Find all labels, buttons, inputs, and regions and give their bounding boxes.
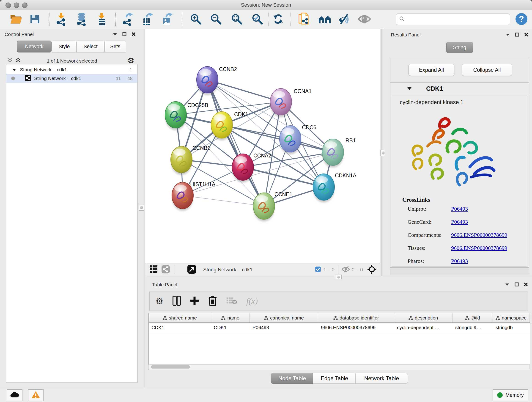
network-node-CDK1[interactable]: CDK1 — [211, 111, 248, 140]
search-input[interactable] — [405, 16, 504, 22]
string-home-button[interactable] — [318, 12, 332, 27]
network-node-CDC25B[interactable]: CDC25B — [165, 102, 208, 130]
export-table-button[interactable] — [141, 12, 154, 27]
network-node-CCNA2[interactable]: CCNA2 — [232, 153, 271, 182]
memory-button[interactable]: Memory — [493, 389, 528, 401]
float-panel-icon[interactable] — [515, 32, 519, 38]
network-node-CCNB2[interactable]: CCNB2 — [196, 66, 237, 95]
show-columns-icon[interactable] — [172, 296, 181, 307]
splitter-handle[interactable] — [335, 274, 342, 280]
tree-expand-icon[interactable] — [12, 67, 16, 72]
collapse-all-button[interactable]: Collapse All — [462, 64, 512, 76]
hidden-eye-slash-icon[interactable] — [342, 266, 350, 274]
column-header-canonical-name[interactable]: canonical name — [250, 313, 318, 322]
network-node-CCNE1[interactable]: CCNE1 — [253, 191, 292, 221]
help-button[interactable]: ? — [515, 12, 528, 27]
function-builder-icon[interactable]: f(x) — [246, 296, 258, 306]
open-in-window-icon[interactable] — [187, 265, 196, 275]
string-eye-slash-button[interactable] — [337, 12, 351, 27]
tab-node-table[interactable]: Node Table — [271, 373, 313, 384]
collapse-panel-icon[interactable] — [505, 33, 510, 37]
zoom-in-button[interactable] — [189, 12, 203, 27]
tab-network[interactable]: Network — [17, 41, 51, 52]
network-collection-row[interactable]: String Network – cdk1 1 — [6, 65, 137, 74]
network-edge-HIST1H1A-CCNE1[interactable] — [183, 196, 264, 206]
network-edge-CCNB2-CCNE1[interactable] — [207, 80, 264, 206]
refresh-button[interactable] — [271, 12, 285, 27]
tab-style[interactable]: Style — [52, 41, 76, 52]
save-session-button[interactable] — [28, 12, 42, 27]
collapse-panel-icon[interactable] — [505, 283, 510, 287]
column-header-shared-name[interactable]: shared name — [149, 313, 211, 322]
clear-table-icon[interactable] — [226, 297, 237, 306]
table-cell[interactable]: 9606.ENSP00000378699 — [318, 323, 394, 332]
table-cell[interactable]: CDK1 — [211, 323, 250, 332]
toolbar-search-field[interactable] — [396, 13, 510, 25]
delete-column-trash-icon[interactable] — [208, 295, 217, 307]
network-edge-CCNB2-CCNA1[interactable] — [207, 80, 281, 102]
table-cell[interactable]: stringdb:9… — [452, 323, 493, 332]
import-database-button[interactable] — [75, 12, 89, 27]
network-canvas[interactable]: CCNB2CCNA1CDC25BCDK1CDC6RB1CCNB1CCNA2CDK… — [145, 29, 380, 263]
crosslink-value-link[interactable]: P06493 — [451, 219, 468, 225]
string-import-button[interactable] — [298, 12, 312, 27]
column-header-description[interactable]: description — [394, 313, 452, 322]
warning-status-button[interactable] — [28, 389, 44, 401]
network-node-CCNA1[interactable]: CCNA1 — [270, 88, 312, 117]
results-scroll-strip[interactable] — [390, 269, 529, 275]
export-network-button[interactable] — [121, 12, 135, 27]
crosslink-value-link[interactable]: 9606.ENSP00000378699 — [451, 245, 507, 251]
network-node-CCNB1[interactable]: CCNB1 — [171, 145, 210, 175]
results-entry-header[interactable]: CDK1 — [390, 83, 529, 95]
selected-checkbox-icon[interactable] — [315, 266, 321, 273]
tab-edge-table[interactable]: Edge Table — [313, 373, 356, 384]
table-cell[interactable]: cyclin-dependent … — [394, 323, 452, 332]
table-cell[interactable]: stringdb — [493, 323, 530, 332]
crosslink-value-link[interactable]: 9606.ENSP00000378699 — [451, 232, 507, 238]
import-table-button[interactable] — [95, 12, 109, 27]
table-horizontal-scrollbar[interactable] — [148, 364, 530, 370]
birdseye-grid-icon[interactable] — [149, 265, 158, 274]
tab-select[interactable]: Select — [76, 41, 104, 52]
collapse-panel-icon[interactable] — [113, 32, 117, 37]
tab-network-table[interactable]: Network Table — [355, 373, 408, 384]
crosslink-value-link[interactable]: P06493 — [451, 258, 468, 264]
table-settings-gear-icon[interactable]: ⚙ — [156, 297, 163, 306]
column-header-name[interactable]: name — [211, 313, 250, 322]
scrollbar-thumb[interactable] — [151, 365, 190, 369]
column-header-database-identifier[interactable]: database identifier — [318, 313, 394, 322]
tab-sets[interactable]: Sets — [104, 41, 126, 52]
zoom-out-button[interactable] — [209, 12, 223, 27]
column-header--id[interactable]: @id — [452, 313, 493, 322]
close-panel-icon[interactable] — [132, 32, 136, 37]
column-header-namespace[interactable]: namespace — [493, 313, 530, 322]
network-graph[interactable]: CCNB2CCNA1CDC25BCDK1CDC6RB1CCNB1CCNA2CDK… — [145, 29, 380, 263]
crosslink-value-link[interactable]: P06493 — [451, 206, 468, 212]
export-image-button[interactable] — [160, 12, 174, 27]
network-type-icon[interactable] — [161, 265, 170, 274]
table-cell[interactable]: P06493 — [250, 323, 318, 332]
splitter-handle[interactable] — [139, 204, 144, 211]
network-node-RB1[interactable]: RB1 — [322, 138, 356, 167]
fit-selected-crosshair-icon[interactable] — [367, 264, 377, 275]
network-node-HIST1H1A[interactable]: HIST1H1A — [172, 181, 215, 211]
network-row-selected[interactable]: String Network – cdk1 11 48 — [6, 74, 137, 83]
cloud-status-button[interactable] — [7, 389, 22, 401]
expand-all-button[interactable]: Expand All — [409, 64, 454, 76]
tab-string-results[interactable]: String — [446, 42, 473, 53]
open-session-button[interactable] — [9, 12, 23, 27]
table-row[interactable]: CDK1CDK1P064939606.ENSP00000378699cyclin… — [149, 323, 530, 332]
import-network-button[interactable] — [55, 12, 68, 27]
float-panel-icon[interactable] — [515, 282, 519, 287]
add-column-icon[interactable] — [190, 296, 199, 306]
network-edge-RB1-HIST1H1A[interactable] — [183, 152, 333, 196]
close-panel-icon[interactable] — [524, 32, 528, 38]
network-options-gear-icon[interactable]: ⚙ — [127, 56, 134, 65]
entry-collapse-icon[interactable] — [407, 87, 412, 91]
float-panel-icon[interactable] — [122, 32, 127, 37]
network-node-CDKN1A[interactable]: CDKN1A — [313, 172, 356, 202]
zoom-fit-button[interactable] — [230, 12, 244, 27]
table-cell[interactable]: CDK1 — [149, 323, 211, 332]
string-eye-button[interactable] — [357, 12, 371, 27]
close-panel-icon[interactable] — [524, 282, 528, 287]
